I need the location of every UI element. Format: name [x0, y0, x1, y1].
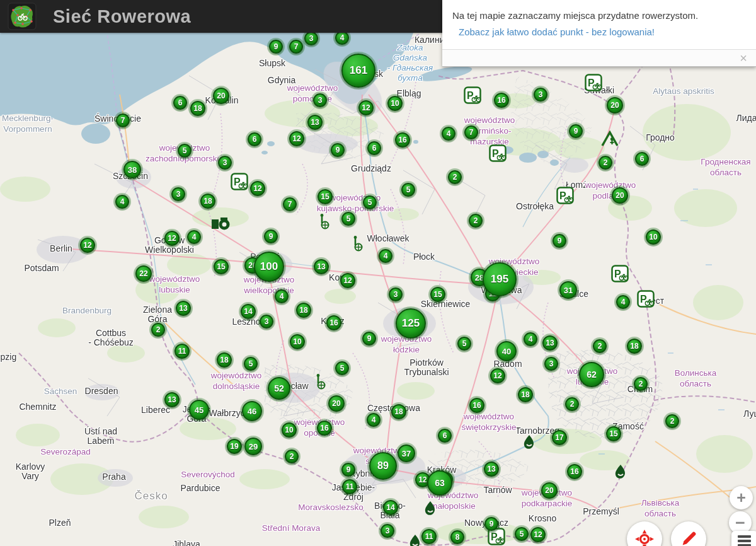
cluster-marker[interactable]: 20 [213, 88, 229, 104]
cluster-marker[interactable]: 16 [326, 315, 341, 330]
cluster-marker[interactable]: 18 [200, 194, 215, 209]
cluster-marker[interactable]: 3 [534, 88, 547, 102]
menu-button[interactable] [731, 531, 756, 546]
cluster-marker[interactable]: 3 [389, 288, 403, 301]
cluster-marker[interactable]: 6 [173, 96, 187, 110]
cluster-marker[interactable]: 4 [442, 127, 455, 141]
cluster-marker[interactable]: 5 [335, 361, 349, 375]
spring-icon[interactable] [522, 434, 536, 453]
cluster-marker[interactable]: 40 [496, 341, 517, 361]
cluster-marker[interactable]: 2 [665, 414, 679, 428]
cluster-marker[interactable]: 2 [285, 450, 299, 463]
cluster-marker[interactable]: 195 [483, 262, 517, 296]
cluster-marker[interactable]: 12 [289, 131, 304, 146]
cluster-marker[interactable]: 5 [363, 195, 377, 209]
cluster-marker[interactable]: 2 [565, 397, 579, 411]
cluster-marker[interactable]: 14 [383, 500, 398, 515]
cluster-marker[interactable]: 45 [189, 400, 209, 420]
cluster-marker[interactable]: 63 [427, 470, 452, 496]
bike-repair-icon[interactable] [319, 213, 330, 232]
cluster-marker[interactable]: 11 [175, 344, 190, 359]
cluster-marker[interactable]: 7 [283, 197, 297, 211]
cluster-marker[interactable]: 9 [331, 143, 345, 157]
bike-repair-icon[interactable] [315, 373, 326, 392]
cluster-marker[interactable]: 10 [282, 422, 297, 438]
cluster-marker[interactable]: 18 [627, 339, 642, 354]
cluster-marker[interactable]: 5 [178, 144, 192, 158]
cluster-marker[interactable]: 6 [438, 429, 452, 443]
bike-parking-icon[interactable]: P [489, 144, 507, 165]
bike-parking-icon[interactable]: P [464, 86, 481, 107]
cluster-marker[interactable]: 11 [421, 529, 437, 544]
cluster-marker[interactable]: 19 [227, 439, 242, 454]
cluster-marker[interactable]: 5 [244, 357, 258, 371]
cluster-marker[interactable]: 12 [164, 231, 180, 246]
cluster-marker[interactable]: 89 [369, 452, 397, 480]
cluster-marker[interactable]: 2 [598, 156, 612, 170]
bike-parking-icon[interactable]: P [585, 74, 602, 94]
cluster-marker[interactable]: 100 [254, 252, 284, 282]
cluster-marker[interactable]: 13 [176, 301, 191, 316]
cluster-marker[interactable]: 14 [241, 304, 256, 319]
cluster-marker[interactable]: 10 [387, 96, 403, 111]
cluster-marker[interactable]: 13 [164, 392, 180, 407]
cluster-marker[interactable]: 5 [401, 183, 415, 197]
cluster-marker[interactable]: 5 [341, 212, 355, 226]
cluster-marker[interactable]: 22 [135, 265, 152, 282]
cluster-marker[interactable]: 8 [450, 530, 464, 544]
cluster-marker[interactable]: 20 [328, 395, 345, 412]
spring-icon[interactable] [614, 463, 627, 482]
cluster-marker[interactable]: 15 [214, 259, 229, 274]
cluster-marker[interactable]: 20 [612, 187, 628, 204]
cluster-marker[interactable]: 15 [606, 426, 621, 441]
add-point-link[interactable]: Zobacz jak łatwo dodać punkt - bez logow… [442, 21, 756, 37]
cluster-marker[interactable]: 18 [296, 303, 311, 318]
cluster-marker[interactable]: 16 [567, 464, 582, 479]
app-logo[interactable] [8, 3, 37, 30]
cluster-marker[interactable]: 15 [318, 189, 333, 204]
cluster-marker[interactable]: 9 [569, 124, 583, 138]
cluster-marker[interactable]: 9 [269, 40, 283, 54]
cluster-marker[interactable]: 17 [552, 430, 567, 445]
bike-parking-icon[interactable]: P [231, 173, 248, 193]
cluster-marker[interactable]: 3 [304, 32, 318, 45]
cluster-marker[interactable]: 10 [290, 334, 305, 349]
cluster-marker[interactable]: 37 [398, 444, 415, 462]
viewpoint-icon[interactable] [211, 217, 230, 233]
cluster-marker[interactable]: 12 [490, 368, 505, 383]
cluster-marker[interactable]: 2 [469, 214, 483, 228]
cluster-marker[interactable]: 13 [307, 115, 323, 130]
cluster-marker[interactable]: 13 [314, 259, 329, 274]
cluster-marker[interactable]: 4 [616, 295, 630, 309]
cluster-marker[interactable]: 18 [518, 387, 533, 402]
cluster-marker[interactable]: 3 [171, 187, 185, 201]
cluster-marker[interactable]: 18 [217, 352, 232, 368]
cluster-marker[interactable]: 12 [530, 527, 546, 542]
bike-parking-icon[interactable]: P [556, 187, 574, 207]
cluster-marker[interactable]: 13 [484, 462, 499, 477]
cluster-marker[interactable]: 9 [484, 517, 498, 531]
cluster-marker[interactable]: 46 [242, 401, 262, 421]
cluster-marker[interactable]: 4 [187, 230, 201, 244]
cluster-marker[interactable]: 2 [634, 377, 648, 391]
cluster-marker[interactable]: 9 [553, 234, 566, 248]
cluster-marker[interactable]: 7 [464, 125, 478, 139]
cluster-marker[interactable]: 29 [244, 438, 262, 455]
cluster-marker[interactable]: 6 [367, 141, 381, 155]
bike-repair-icon[interactable] [352, 235, 364, 254]
cluster-marker[interactable]: 5 [457, 337, 471, 351]
cluster-marker[interactable]: 15 [430, 287, 445, 302]
cluster-marker[interactable]: 3 [381, 524, 394, 538]
shelter-icon[interactable] [601, 131, 619, 149]
cluster-marker[interactable]: 20 [541, 482, 558, 499]
cluster-marker[interactable]: 125 [396, 308, 426, 339]
cluster-marker[interactable]: 4 [379, 249, 392, 263]
cluster-marker[interactable]: 12 [250, 181, 265, 196]
cluster-marker[interactable]: 3 [313, 93, 327, 107]
cluster-marker[interactable]: 6 [248, 132, 261, 146]
cluster-marker[interactable]: 62 [579, 362, 604, 387]
spring-icon[interactable] [423, 500, 437, 519]
cluster-marker[interactable]: 13 [542, 335, 558, 351]
cluster-marker[interactable]: 16 [395, 132, 410, 148]
cluster-marker[interactable]: 5 [515, 527, 529, 541]
